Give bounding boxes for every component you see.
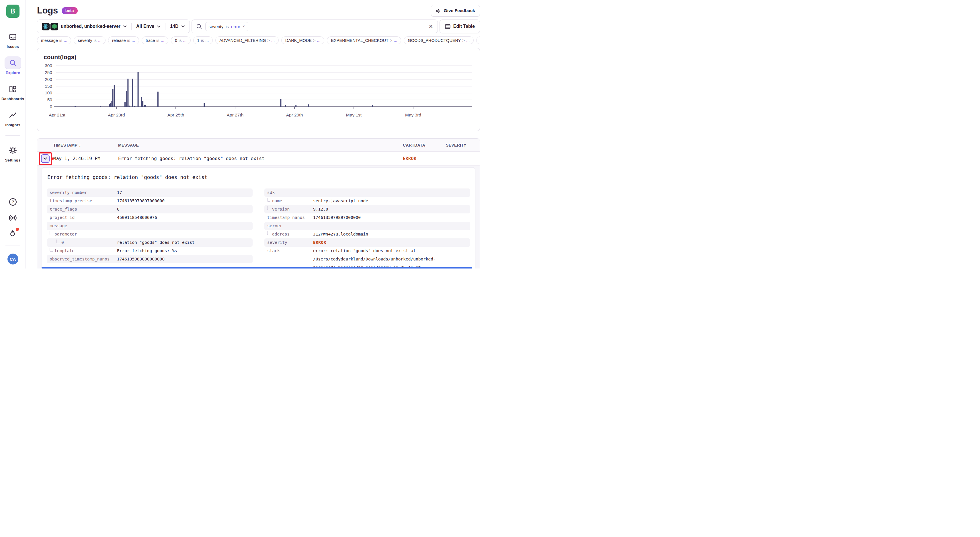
field-key: parameter (49, 230, 117, 238)
field-value: 9.12.0 (313, 205, 328, 214)
field-key-label: project_id (49, 214, 75, 222)
avatar-initials: CA (10, 257, 16, 261)
filter-chip[interactable]: GOODS_PRODUCTQUERY>... (404, 37, 474, 44)
project-selector[interactable]: unborked, unborked-server (37, 20, 131, 33)
chip-value: ... (317, 38, 320, 43)
detail-left-row-project_id: project_id4509118548606976 (47, 214, 253, 222)
onboarding-flame-icon[interactable] (9, 229, 17, 238)
sidebar-divider (5, 245, 21, 246)
project-platform-icons (42, 23, 58, 30)
filter-chip[interactable]: 0is... (171, 37, 191, 44)
search-input[interactable]: severity is error × ✕ (191, 19, 438, 33)
field-key: address (267, 230, 313, 238)
sidebar-item-label: Dashboards (2, 97, 24, 101)
chip-value: ... (98, 38, 102, 43)
filter-chip[interactable]: messageis... (37, 37, 71, 44)
explore-search-icon (5, 56, 21, 69)
edit-table-button[interactable]: Edit Table (439, 19, 480, 33)
chip-key: message (41, 38, 58, 43)
environment-selector[interactable]: All Envs (132, 20, 165, 33)
tree-connector-icon (56, 239, 60, 243)
log-severity-cell: ERROR (403, 156, 446, 161)
megaphone-icon (436, 8, 441, 13)
chevron-down-icon (181, 25, 185, 27)
column-header-severity[interactable]: SEVERITY (446, 143, 480, 147)
field-value: 1746135979897000000 (313, 214, 361, 222)
log-timestamp-cell: May 1, 2:46:19 PM (53, 156, 118, 161)
field-key: severity (267, 238, 313, 247)
svg-text:Apr 29th: Apr 29th (286, 112, 303, 117)
field-key: severity_number (49, 188, 117, 197)
bottom-scroll-indicator (41, 267, 472, 269)
insights-icon (5, 109, 21, 121)
search-filter-token[interactable]: severity is error × (205, 22, 248, 31)
column-header-message[interactable]: MESSAGE (118, 143, 403, 147)
detail-right-row-timestamp_nanos: timestamp_nanos1746135979897000000 (264, 214, 470, 222)
detail-right-row-name: namesentry.javascript.node (264, 197, 470, 205)
column-header-cartdata[interactable]: CARTDATA (403, 143, 446, 147)
date-range-label: 14D (170, 24, 178, 29)
chip-value: ... (466, 38, 469, 43)
chip-key: release (112, 38, 126, 43)
field-value: relation "goods" does not exist (117, 238, 195, 247)
svg-text:0: 0 (49, 104, 52, 109)
give-feedback-button[interactable]: Give Feedback (431, 5, 480, 17)
detail-right-row-severity: severityERROR (264, 238, 470, 247)
filter-chip[interactable]: ADVANCED_FILTERING>... (215, 37, 279, 44)
field-key-label: severity (267, 238, 287, 247)
detail-left-row-timestamp_precise: timestamp_precise1746135979897000000 (47, 197, 253, 205)
remove-token-icon[interactable]: × (243, 24, 245, 29)
node-platform-icon (51, 23, 58, 30)
field-key-label: template (54, 247, 75, 255)
log-detail-title: Error fetching goods: relation "goods" d… (47, 173, 470, 185)
filter-chip[interactable]: DARK_MODE>... (281, 37, 324, 44)
user-avatar[interactable]: CA (8, 253, 18, 265)
help-button[interactable]: ? (9, 198, 17, 206)
expand-row-button[interactable] (41, 155, 49, 163)
filter-chip[interactable]: traceis... (142, 37, 168, 44)
chip-key: severity (78, 38, 92, 43)
environment-selector-label: All Envs (136, 24, 154, 29)
chip-operator: is (127, 38, 130, 43)
chip-value: ... (161, 38, 164, 43)
chip-operator: > (462, 38, 465, 43)
log-table-row[interactable]: May 1, 2:46:19 PM Error fetching goods: … (37, 152, 480, 166)
sidebar-item-issues[interactable]: Issues (5, 30, 21, 49)
column-header-timestamp[interactable]: TIMESTAMP ↓ (53, 143, 118, 147)
filter-chip[interactable]: releaseis... (108, 37, 139, 44)
page-title: Logs (37, 5, 58, 16)
field-key-label: trace_flags (49, 205, 77, 214)
sidebar-item-insights[interactable]: Insights (5, 109, 21, 127)
filter-chip[interactable]: severityis... (74, 37, 105, 44)
field-key: server (267, 222, 313, 230)
whats-new-broadcast-icon[interactable] (8, 214, 17, 222)
field-key-label: name (272, 197, 282, 205)
sidebar-item-dashboards[interactable]: Dashboards (2, 83, 24, 101)
sidebar-item-settings[interactable]: Settings (5, 144, 21, 163)
chip-value: ... (271, 38, 275, 43)
filter-chip[interactable]: EXPERIMENTAL_CHECKOUT>... (327, 37, 401, 44)
field-key-label: parameter (54, 230, 77, 238)
field-key-label: version (272, 205, 290, 214)
detail-right-row-server: server (264, 222, 470, 230)
field-key: stack (267, 247, 313, 255)
see-full-list-button[interactable]: See full list (476, 37, 480, 44)
field-key-label: 0 (61, 238, 64, 247)
date-range-selector[interactable]: 14D (165, 20, 189, 33)
sidebar-item-explore[interactable]: Explore (5, 56, 21, 75)
detail-right-row-version: version9.12.0 (264, 205, 470, 214)
clear-search-icon[interactable]: ✕ (429, 23, 433, 30)
org-logo[interactable]: B (6, 5, 19, 18)
tree-connector-icon (49, 231, 53, 235)
filter-chip[interactable]: 1is... (193, 37, 213, 44)
app-root: B Issues Explore Dashboards (0, 0, 490, 269)
token-value: error (231, 24, 240, 29)
chip-value: ... (183, 38, 187, 43)
chip-value: ... (132, 38, 135, 43)
page-header: Logs beta Give Feedback (37, 3, 480, 18)
filter-row: unborked, unborked-server All Envs 14D s… (37, 19, 480, 33)
chevron-down-icon (157, 25, 161, 27)
field-value: error: relation "goods" does not exist a… (313, 247, 470, 269)
logs-bar-chart: 050100150200250300Apr 21stApr 23rdApr 25… (37, 48, 480, 131)
field-value: 1746135983000000000 (117, 255, 165, 263)
